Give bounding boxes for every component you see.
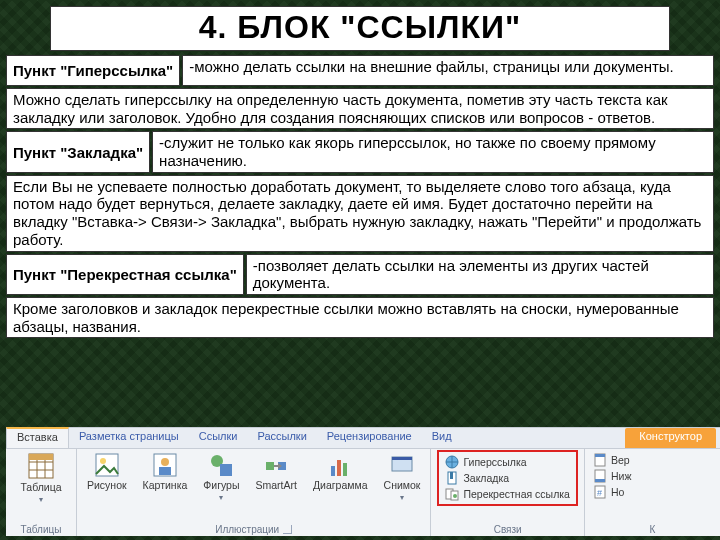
crossref-label: Перекрестная ссылка xyxy=(463,488,569,500)
item-after-bookmark: Если Вы не успеваете полностью доработат… xyxy=(6,175,714,252)
crossref-icon xyxy=(445,487,459,501)
group-label-header: К xyxy=(591,522,714,535)
item-label-bookmark: Пункт "Закладка" xyxy=(6,131,150,172)
dialog-launcher-icon[interactable] xyxy=(283,525,292,534)
group-label-illustrations: Иллюстрации xyxy=(83,522,424,535)
svg-rect-20 xyxy=(392,457,412,460)
shapes-label: Фигуры xyxy=(203,480,239,491)
hyperlink-label: Гиперссылка xyxy=(463,456,526,468)
group-tables: Таблица ▾ Таблицы xyxy=(6,449,77,536)
bookmark-label: Закладка xyxy=(463,472,509,484)
bookmark-icon xyxy=(445,471,459,485)
crossref-button[interactable]: Перекрестная ссылка xyxy=(443,486,571,502)
table-button[interactable]: Таблица ▾ xyxy=(12,452,70,504)
group-links: Гиперссылка Закладка Перекрестная ссылка… xyxy=(431,449,584,536)
item-label-crossref: Пункт "Перекрестная ссылка" xyxy=(6,254,244,295)
smartart-icon xyxy=(263,452,289,478)
item-label-hyperlink: Пункт "Гиперссылка" xyxy=(6,55,180,86)
svg-rect-10 xyxy=(159,467,171,475)
item-row-hyperlink: Пункт "Гиперссылка" -можно делать ссылки… xyxy=(6,55,714,86)
page-bottom-icon xyxy=(593,469,607,483)
tab-page-layout[interactable]: Разметка страницы xyxy=(69,428,189,448)
svg-rect-12 xyxy=(220,464,232,476)
screenshot-button[interactable]: Снимок ▾ xyxy=(380,452,425,502)
svg-rect-17 xyxy=(337,460,341,476)
item-row-bookmark: Пункт "Закладка" -служит не только как я… xyxy=(6,131,714,172)
clipart-icon xyxy=(152,452,178,478)
picture-icon xyxy=(94,452,120,478)
page-title: 4. БЛОК "ССЫЛКИ" xyxy=(50,6,670,51)
clipart-label: Картинка xyxy=(143,480,188,491)
chart-icon xyxy=(327,452,353,478)
group-label-links: Связи xyxy=(437,522,577,535)
svg-rect-13 xyxy=(266,462,274,470)
page-hash-icon: # xyxy=(593,485,607,499)
tab-view[interactable]: Вид xyxy=(422,428,462,448)
tab-insert[interactable]: Вставка xyxy=(6,427,69,448)
group-illustrations: Рисунок Картинка Фигуры ▾ SmartArt xyxy=(77,449,431,536)
group-label-tables: Таблицы xyxy=(12,522,70,535)
item-after-crossref: Кроме заголовков и закладок перекрестные… xyxy=(6,297,714,338)
bookmark-button[interactable]: Закладка xyxy=(443,470,571,486)
svg-rect-16 xyxy=(331,466,335,476)
item-after-hyperlink: Можно сделать гиперссылку на определенну… xyxy=(6,88,714,129)
item-row-crossref: Пункт "Перекрестная ссылка" -позволяет д… xyxy=(6,254,714,295)
tab-references[interactable]: Ссылки xyxy=(189,428,248,448)
globe-icon xyxy=(445,455,459,469)
item-desc-hyperlink: -можно делать ссылки на внешние файлы, с… xyxy=(182,55,714,86)
table-button-label: Таблица xyxy=(20,482,61,493)
svg-rect-5 xyxy=(29,454,53,460)
shapes-button[interactable]: Фигуры ▾ xyxy=(199,452,243,502)
item-desc-crossref: -позволяет делать ссылки на элементы из … xyxy=(246,254,714,295)
svg-point-26 xyxy=(453,494,457,498)
picture-button[interactable]: Рисунок xyxy=(83,452,131,502)
word-ribbon: Вставка Разметка страницы Ссылки Рассылк… xyxy=(6,427,720,536)
clipart-button[interactable]: Картинка xyxy=(139,452,192,502)
picture-label: Рисунок xyxy=(87,480,127,491)
screenshot-icon xyxy=(389,452,415,478)
tab-mailings[interactable]: Рассылки xyxy=(247,428,316,448)
footer-label: Ниж xyxy=(611,470,631,482)
footer-button[interactable]: Ниж xyxy=(591,468,714,484)
pagenum-button[interactable]: # Но xyxy=(591,484,714,500)
svg-point-7 xyxy=(100,458,106,464)
page-top-icon xyxy=(593,453,607,467)
tab-designer[interactable]: Конструктор xyxy=(625,428,716,448)
hyperlink-button[interactable]: Гиперссылка xyxy=(443,454,571,470)
chevron-down-icon: ▾ xyxy=(39,495,43,504)
header-button[interactable]: Вер xyxy=(591,452,714,468)
smartart-button[interactable]: SmartArt xyxy=(252,452,301,502)
svg-point-9 xyxy=(161,458,169,466)
item-desc-bookmark: -служит не только как якорь гиперссылок,… xyxy=(152,131,714,172)
chevron-down-icon: ▾ xyxy=(219,493,223,502)
group-header-footer: Вер Ниж # Но К xyxy=(585,449,720,536)
svg-rect-23 xyxy=(450,472,453,479)
pagenum-label: Но xyxy=(611,486,624,498)
chart-button[interactable]: Диаграмма xyxy=(309,452,372,502)
table-icon xyxy=(27,452,55,480)
chevron-down-icon: ▾ xyxy=(400,493,404,502)
svg-rect-18 xyxy=(343,463,347,476)
svg-text:#: # xyxy=(597,488,602,498)
svg-rect-6 xyxy=(96,454,118,476)
chart-label: Диаграмма xyxy=(313,480,368,491)
header-label: Вер xyxy=(611,454,630,466)
svg-rect-30 xyxy=(595,479,605,482)
shapes-icon xyxy=(208,452,234,478)
ribbon-groups: Таблица ▾ Таблицы Рисунок Картинка Фигур… xyxy=(6,449,720,536)
screenshot-label: Снимок xyxy=(384,480,421,491)
smartart-label: SmartArt xyxy=(256,480,297,491)
svg-rect-28 xyxy=(595,454,605,457)
tab-review[interactable]: Рецензирование xyxy=(317,428,422,448)
ribbon-tabs: Вставка Разметка страницы Ссылки Рассылк… xyxy=(6,428,720,449)
links-highlight: Гиперссылка Закладка Перекрестная ссылка xyxy=(437,450,577,506)
